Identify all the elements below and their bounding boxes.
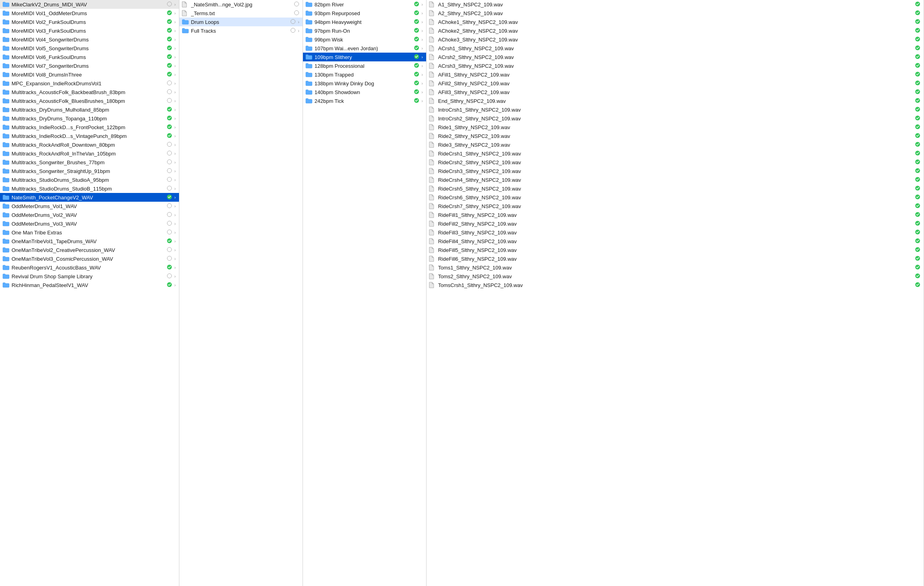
list-item[interactable]: AFill1_Slthry_NSPC2_109.wav xyxy=(427,70,924,79)
list-item[interactable]: One Man Tribe Extras› xyxy=(0,228,179,237)
svg-point-26 xyxy=(167,230,172,234)
list-item[interactable]: MoreMIDI Vol1_OddMeterDrums› xyxy=(0,9,179,18)
list-item[interactable]: Multitracks_RockAndRoll_Downtown_80bpm› xyxy=(0,140,179,149)
list-item[interactable]: MoreMIDI Vol8_DrumsInThree› xyxy=(0,70,179,79)
list-item[interactable]: A1_Slthry_NSPC2_109.wav xyxy=(427,0,924,9)
status-area xyxy=(915,150,920,157)
list-item[interactable]: RideCrsh4_Slthry_NSPC2_109.wav xyxy=(427,175,924,184)
list-item[interactable]: OddMeterDrums_Vol2_WAV› xyxy=(0,210,179,219)
list-item[interactable]: 242bpm Tick› xyxy=(303,96,426,105)
column-4: A1_Slthry_NSPC2_109.wavA2_Slthry_NSPC2_1… xyxy=(427,0,924,586)
list-item[interactable]: Multitracks_AcousticFolk_BackbeatBrush_8… xyxy=(0,88,179,96)
list-item[interactable]: 130bpm Trapped› xyxy=(303,70,426,79)
list-item[interactable]: RideFill2_Slthry_NSPC2_109.wav xyxy=(427,219,924,228)
list-item[interactable]: Multitracks_StudioDrums_StudioB_115bpm› xyxy=(0,184,179,193)
list-item[interactable]: RideCrsh5_Slthry_NSPC2_109.wav xyxy=(427,184,924,193)
list-item[interactable]: OneManTribeVol3_CosmicPercussion_WAV› xyxy=(0,254,179,263)
list-item[interactable]: ReubenRogersV1_AcousticBass_WAV› xyxy=(0,263,179,272)
list-item[interactable]: RideCrsh3_Slthry_NSPC2_109.wav xyxy=(427,167,924,175)
list-item[interactable]: Toms2_Slthry_NSPC2_109.wav xyxy=(427,272,924,281)
list-item[interactable]: 128bpm Processional› xyxy=(303,61,426,70)
list-item[interactable]: _NateSmith...nge_Vol2.jpg xyxy=(179,0,303,9)
list-item[interactable]: MoreMIDI Vol2_FunkSoulDrums› xyxy=(0,18,179,26)
file-icon xyxy=(429,212,436,218)
list-item[interactable]: Multitracks_StudioDrums_StudioA_95bpm› xyxy=(0,175,179,184)
list-item[interactable]: Multitracks_IndieRockD...s_FrontPocket_1… xyxy=(0,123,179,132)
svg-point-18 xyxy=(167,160,172,164)
status-area: › xyxy=(167,36,176,43)
list-item[interactable]: Multitracks_AcousticFolk_BluesBrushes_18… xyxy=(0,96,179,105)
list-item[interactable]: End_Slthry_NSPC2_109.wav xyxy=(427,96,924,105)
list-item[interactable]: ACrsh2_Slthry_NSPC2_109.wav xyxy=(427,53,924,61)
list-item[interactable]: MoreMIDI Vol7_SongwriterDrums› xyxy=(0,61,179,70)
file-icon xyxy=(429,107,436,112)
list-item[interactable]: TomsCrsh1_Slthry_NSPC2_109.wav xyxy=(427,281,924,289)
list-item[interactable]: _Terms.txt xyxy=(179,9,303,18)
list-item[interactable]: Multitracks_Songwriter_Brushes_77bpm› xyxy=(0,158,179,167)
list-item[interactable]: 140bpm Showdown› xyxy=(303,88,426,96)
list-item[interactable]: 138bpm Winky Dinky Dog› xyxy=(303,79,426,88)
list-item[interactable]: ACrsh1_Slthry_NSPC2_109.wav xyxy=(427,44,924,53)
status-green-icon xyxy=(167,282,172,288)
list-item[interactable]: Multitracks_DryDrums_Topanga_110bpm› xyxy=(0,114,179,123)
item-name: 94bpm Heavyweight xyxy=(315,19,412,25)
list-item[interactable]: IntroCrsh2_Slthry_NSPC2_109.wav xyxy=(427,114,924,123)
list-item[interactable]: OddMeterDrums_Vol3_WAV› xyxy=(0,219,179,228)
list-item[interactable]: Multitracks_IndieRockD...s_VintagePunch_… xyxy=(0,132,179,140)
list-item[interactable]: 97bpm Run-On› xyxy=(303,26,426,35)
list-item[interactable]: Toms1_Slthry_NSPC2_109.wav xyxy=(427,263,924,272)
chevron-icon: › xyxy=(298,28,299,33)
list-item[interactable]: OneManTribeVol1_TapeDrums_WAV› xyxy=(0,237,179,246)
list-item[interactable]: MoreMIDI Vol5_SongwriterDrums› xyxy=(0,44,179,53)
list-item[interactable]: Revival Drum Shop Sample Library› xyxy=(0,272,179,281)
list-item[interactable]: IntroCrsh1_Slthry_NSPC2_109.wav xyxy=(427,105,924,114)
list-item[interactable]: Multitracks_DryDrums_Mulholland_85bpm› xyxy=(0,105,179,114)
status-area xyxy=(915,185,920,192)
list-item[interactable]: 82bpm River› xyxy=(303,0,426,9)
list-item[interactable]: 109bpm Slithery› xyxy=(303,53,426,61)
list-item[interactable]: RideCrsh2_Slthry_NSPC2_109.wav xyxy=(427,158,924,167)
list-item[interactable]: AChoke1_Slthry_NSPC2_109.wav xyxy=(427,18,924,26)
list-item[interactable]: AFill2_Slthry_NSPC2_109.wav xyxy=(427,79,924,88)
list-item[interactable]: OneManTribeVol2_CreativePercussion_WAV› xyxy=(0,246,179,254)
list-item[interactable]: AChoke3_Slthry_NSPC2_109.wav xyxy=(427,35,924,44)
list-item[interactable]: MikeClarkV2_Drums_MIDI_WAV› xyxy=(0,0,179,9)
list-item[interactable]: 99bpm Wisk› xyxy=(303,35,426,44)
list-item[interactable]: 93bpm Repurposed› xyxy=(303,9,426,18)
list-item[interactable]: Ride2_Slthry_NSPC2_109.wav xyxy=(427,132,924,140)
item-name: Revival Drum Shop Sample Library xyxy=(12,273,165,279)
list-item[interactable]: Multitracks_Songwriter_StraightUp_91bpm› xyxy=(0,167,179,175)
status-area: › xyxy=(167,212,176,218)
list-item[interactable]: Multitracks_RockAndRoll_InTheVan_105bpm› xyxy=(0,149,179,158)
list-item[interactable]: 107bpm Wai...even Jordan)› xyxy=(303,44,426,53)
list-item[interactable]: OddMeterDrums_Vol1_WAV› xyxy=(0,202,179,210)
list-item[interactable]: MoreMIDI Vol4_SongwriterDrums› xyxy=(0,35,179,44)
list-item[interactable]: RideFill6_Slthry_NSPC2_109.wav xyxy=(427,254,924,263)
list-item[interactable]: NateSmith_PocketChangeV2_WAV› xyxy=(0,193,179,202)
list-item[interactable]: AChoke2_Slthry_NSPC2_109.wav xyxy=(427,26,924,35)
list-item[interactable]: RichHinman_PedalSteelV1_WAV› xyxy=(0,281,179,289)
list-item[interactable]: RideCrsh7_Slthry_NSPC2_109.wav xyxy=(427,202,924,210)
list-item[interactable]: MoreMIDI Vol3_FunkSoulDrums› xyxy=(0,26,179,35)
list-item[interactable]: RideFill4_Slthry_NSPC2_109.wav xyxy=(427,237,924,246)
list-item[interactable]: 94bpm Heavyweight› xyxy=(303,18,426,26)
list-item[interactable]: MoreMIDI Vol6_FunkSoulDrums› xyxy=(0,53,179,61)
status-green-icon xyxy=(915,80,920,87)
list-item[interactable]: RideFill5_Slthry_NSPC2_109.wav xyxy=(427,246,924,254)
list-item[interactable]: MPC_Expansion_IndieRockDrumsVol1› xyxy=(0,79,179,88)
list-item[interactable]: Ride3_Slthry_NSPC2_109.wav xyxy=(427,140,924,149)
list-item[interactable]: Full Tracks› xyxy=(179,26,303,35)
list-item[interactable]: RideFill3_Slthry_NSPC2_109.wav xyxy=(427,228,924,237)
list-item[interactable]: RideCrsh6_Slthry_NSPC2_109.wav xyxy=(427,193,924,202)
svg-point-36 xyxy=(291,28,295,33)
list-item[interactable]: Drum Loops› xyxy=(179,18,303,26)
list-item[interactable]: AFill3_Slthry_NSPC2_109.wav xyxy=(427,88,924,96)
list-item[interactable]: RideCrsh1_Slthry_NSPC2_109.wav xyxy=(427,149,924,158)
status-green-icon xyxy=(167,264,172,271)
list-item[interactable]: ACrsh3_Slthry_NSPC2_109.wav xyxy=(427,61,924,70)
file-icon xyxy=(429,265,436,270)
list-item[interactable]: A2_Slthry_NSPC2_109.wav xyxy=(427,9,924,18)
list-item[interactable]: Ride1_Slthry_NSPC2_109.wav xyxy=(427,123,924,132)
status-area: › xyxy=(414,36,423,43)
list-item[interactable]: RideFill1_Slthry_NSPC2_109.wav xyxy=(427,210,924,219)
